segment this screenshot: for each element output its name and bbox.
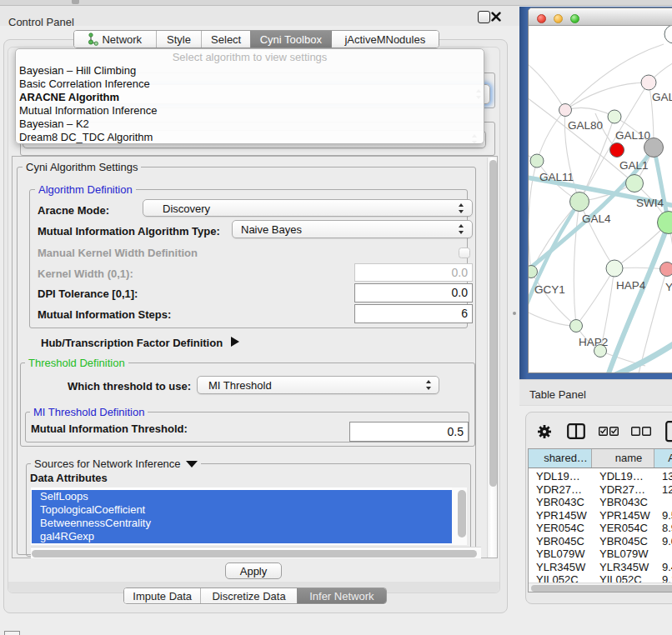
zoom-traffic-icon[interactable] [570, 14, 579, 23]
popup-item-basic-correlation[interactable]: Basic Correlation Inference [19, 78, 478, 91]
table-cell[interactable]: YPR145W [536, 509, 587, 522]
close-icon[interactable] [491, 12, 501, 22]
tab-network-label: Network [102, 33, 142, 46]
new-document-icon[interactable] [665, 421, 672, 442]
table-cell[interactable]: YBL079W [599, 548, 649, 561]
gear-icon[interactable] [537, 424, 552, 439]
tab-select[interactable]: Select [201, 31, 250, 48]
node-gal4[interactable] [570, 192, 589, 212]
table-cell[interactable]: YDL19… [536, 470, 580, 483]
tab-discretize-data[interactable]: Discretize Data [200, 588, 296, 603]
node-red[interactable] [610, 143, 624, 158]
node-gal80[interactable] [559, 104, 572, 117]
list-horizontal-scrollbar[interactable] [31, 547, 481, 558]
float-window-icon[interactable] [478, 11, 490, 23]
list-vertical-scrollbar[interactable] [452, 488, 467, 545]
list-scrollbar-thumb[interactable] [458, 490, 466, 538]
node-hap4[interactable] [606, 260, 623, 277]
aracne-mode-value: Discovery [163, 202, 210, 214]
list-item[interactable]: TopologicalCoefficient [32, 503, 459, 517]
table-cell[interactable]: YER054C [536, 522, 584, 535]
table-cell[interactable]: 9.0 [662, 535, 672, 548]
tab-impute-data[interactable]: Impute Data [124, 588, 200, 603]
popup-item-aracne[interactable]: ARACNE Algorithm [19, 91, 478, 104]
tab-jactivemnodules[interactable]: jActiveMNodules [331, 31, 439, 48]
data-attributes-list[interactable]: SelfLoops TopologicalCoefficient Between… [31, 488, 452, 545]
table-cell[interactable]: 8.9 [662, 522, 672, 535]
table-cell[interactable]: YBR045C [599, 535, 648, 548]
settings-scrollbar-thumb[interactable] [489, 160, 497, 487]
which-threshold-combobox[interactable]: MI Threshold [197, 376, 439, 394]
table-cell[interactable]: YBL079W [536, 548, 585, 561]
show-checked-columns-icon[interactable] [599, 427, 619, 436]
table-cell[interactable]: YIL052C [599, 573, 642, 582]
node-gal11[interactable] [530, 154, 544, 168]
node-hap2[interactable] [570, 320, 583, 332]
minimize-traffic-icon[interactable] [554, 14, 563, 23]
sources-collapse-arrow-icon[interactable] [186, 461, 198, 468]
list-item[interactable]: BetweennessCentrality [32, 517, 459, 530]
table-cell[interactable]: 9.5 [662, 509, 672, 522]
list-item[interactable]: SelfLoops [32, 490, 459, 503]
node-gal10[interactable] [608, 110, 621, 123]
list-item[interactable]: gal4RGexp [32, 530, 459, 543]
table-horizontal-scrollbar[interactable] [529, 582, 672, 592]
apply-button[interactable]: Apply [225, 562, 282, 579]
combo-arrows-icon [459, 224, 465, 234]
popup-item-mutual-information[interactable]: Mutual Information Inference [19, 104, 478, 118]
node-corner[interactable] [664, 26, 672, 43]
manual-kernel-width-checkbox[interactable] [459, 248, 470, 258]
table-cell[interactable]: YLR345W [536, 561, 585, 574]
column-header-average[interactable]: Avera… [654, 449, 672, 468]
tab-cyni-toolbox[interactable]: Cyni Toolbox [250, 31, 331, 48]
table-cell[interactable]: YPR145W [599, 509, 650, 522]
tab-infer-network[interactable]: Infer Network [297, 588, 386, 603]
mi-algorithm-type-combobox[interactable]: Naive Bayes [232, 220, 473, 238]
table-cell[interactable]: YBR045C [536, 535, 584, 548]
column-header-shared-name[interactable]: shared… [529, 449, 592, 468]
table-cell[interactable]: YER054C [599, 522, 648, 535]
table-cell[interactable]: YLR345W [599, 561, 649, 574]
network-window-titlebar[interactable] [529, 8, 672, 26]
tab-network[interactable]: Network [74, 31, 156, 48]
mi-threshold-field[interactable]: 0.5 [349, 422, 469, 442]
split-columns-icon[interactable] [567, 423, 585, 439]
table-cell[interactable]: 9.4 [662, 561, 672, 574]
table-panel-title: Table Panel [529, 388, 586, 401]
table-cell[interactable]: YDR27… [536, 483, 582, 497]
popup-item-dream8[interactable]: Dream8 DC_TDC Algorithm [19, 131, 478, 144]
settings-vertical-scrollbar[interactable] [487, 158, 497, 558]
panel-dock-icon[interactable] [4, 631, 20, 635]
kernel-width-field[interactable]: 0.0 [354, 263, 473, 282]
list-hscrollbar-thumb[interactable] [32, 550, 477, 558]
popup-item-bayesian-k2[interactable]: Bayesian – K2 [19, 118, 478, 131]
algorithm-popup-hint: Select algorithm to view settings [16, 51, 484, 63]
aracne-mode-combobox[interactable]: Discovery [143, 199, 473, 217]
node-pink[interactable] [660, 262, 672, 277]
table-cell[interactable]: YDR27… [599, 483, 645, 497]
close-traffic-icon[interactable] [537, 14, 546, 23]
table-cell[interactable]: YDL19… [599, 470, 644, 483]
popup-item-bayesian-hill-climbing[interactable]: Bayesian – Hill Climbing [19, 64, 478, 78]
node-gal1[interactable] [626, 175, 644, 192]
column-header-name[interactable]: name [592, 449, 654, 468]
table-cell[interactable]: YIL052C [536, 573, 579, 582]
mi-steps-field[interactable]: 6 [354, 304, 473, 323]
node-gal7[interactable] [641, 75, 656, 90]
hub-expand-arrow-icon[interactable] [231, 337, 239, 347]
tab-style[interactable]: Style [156, 31, 202, 48]
table-cell[interactable]: 13.2 [662, 470, 672, 483]
node-gcy1[interactable] [529, 266, 538, 278]
table-cell[interactable]: 9.1 [662, 573, 672, 582]
dpi-tolerance-field[interactable]: 0.0 [354, 283, 473, 302]
splitter-handle[interactable] [513, 312, 516, 315]
table-cell[interactable]: 12.1 [662, 483, 672, 497]
table-cell[interactable]: YBR043C [536, 496, 584, 509]
table-hscrollbar-thumb[interactable] [531, 585, 672, 592]
table-cell[interactable]: YBR043C [599, 496, 648, 509]
hide-unchecked-columns-icon[interactable] [631, 427, 651, 436]
mi-algorithm-type-label: Mutual Information Algorithm Type: [38, 225, 220, 238]
network-canvas[interactable]: GAL7 GAL80 GAL10 GAL1 GAL11 SWI4 GAL4 GC… [529, 26, 672, 373]
node-right-green[interactable] [658, 212, 672, 234]
aracne-mode-label: Aracne Mode: [38, 204, 109, 217]
